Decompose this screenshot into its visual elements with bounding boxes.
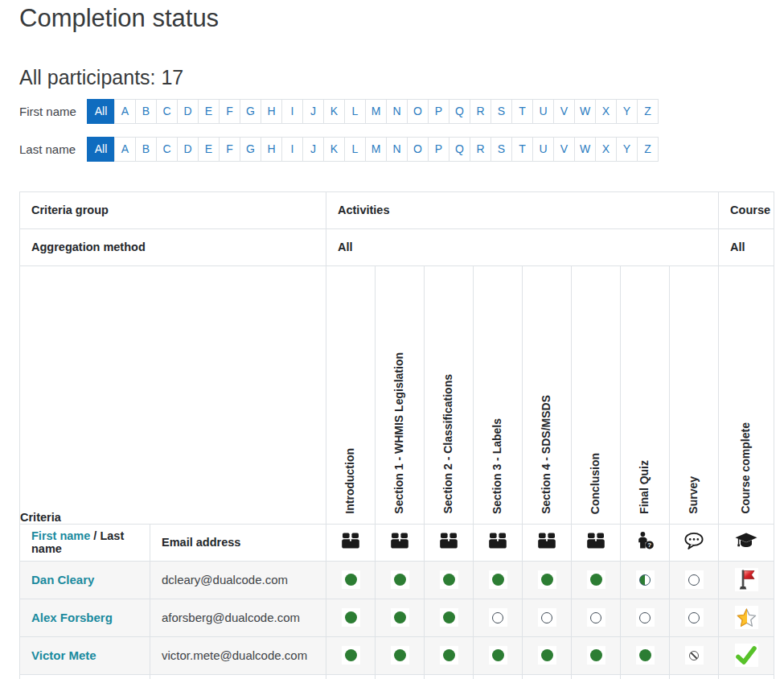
completion-status-complete: [376, 636, 425, 674]
filter-last-name-letter-r[interactable]: R: [470, 137, 491, 162]
filter-first-name-letter-v[interactable]: V: [553, 99, 575, 124]
first-name-filter: First name AllABCDEFGHIJKLMNOPQRSTUVWXYZ: [19, 99, 774, 124]
status-icon-box: [587, 608, 605, 627]
participant-name-link[interactable]: Victor Mete: [20, 636, 150, 674]
complete-icon: [394, 574, 406, 586]
email-column-header: Email address: [150, 524, 326, 561]
filter-first-name-letter-c[interactable]: C: [156, 99, 178, 124]
filter-last-name-letter-y[interactable]: Y: [616, 137, 638, 162]
filter-first-name-letter-j[interactable]: J: [302, 99, 324, 124]
completion-status-complete: [425, 561, 474, 599]
activity-link-course-complete[interactable]: [719, 524, 774, 561]
course-complete-status-star-half: [719, 599, 774, 636]
filter-first-name-letter-p[interactable]: P: [428, 99, 449, 124]
sort-by-first-name-link[interactable]: First name: [31, 529, 90, 542]
sliver-cell: [376, 674, 425, 679]
filter-last-name-letter-s[interactable]: S: [491, 137, 512, 162]
filter-last-name-letter-b[interactable]: B: [135, 137, 157, 162]
activity-link-introduction[interactable]: [326, 524, 376, 561]
filter-last-name-letter-c[interactable]: C: [156, 137, 178, 162]
filter-first-name-letter-b[interactable]: B: [135, 99, 157, 124]
status-icon-box: [538, 608, 556, 627]
filter-first-name-letter-d[interactable]: D: [177, 99, 199, 124]
status-icon-box: [342, 646, 360, 665]
criteria-group-header: Criteria group: [20, 191, 326, 228]
filter-first-name-letter-w[interactable]: W: [574, 99, 596, 124]
status-icon-box: [391, 608, 409, 627]
filter-first-name-letter-l[interactable]: L: [344, 99, 366, 124]
filter-first-name-letter-u[interactable]: U: [532, 99, 554, 124]
filter-last-name-letter-g[interactable]: G: [240, 137, 261, 162]
filter-last-name-letter-x[interactable]: X: [595, 137, 617, 162]
status-icon-box: [440, 570, 458, 589]
filter-first-name-letter-e[interactable]: E: [198, 99, 220, 124]
status-icon-box: [391, 570, 409, 589]
activity-link-final-quiz[interactable]: ?: [621, 524, 670, 561]
complete-icon: [590, 649, 602, 661]
filter-last-name-letter-d[interactable]: D: [177, 137, 199, 162]
column-header-introduction: Introduction: [326, 265, 376, 524]
filter-first-name-all[interactable]: All: [87, 99, 115, 124]
filter-last-name-letter-v[interactable]: V: [553, 137, 575, 162]
filter-last-name-letter-k[interactable]: K: [323, 137, 345, 162]
filter-first-name-letter-k[interactable]: K: [323, 99, 345, 124]
course-header: Course: [719, 191, 774, 228]
filter-first-name-letter-m[interactable]: M: [365, 99, 387, 124]
complete-icon: [443, 649, 455, 661]
filter-first-name-letter-a[interactable]: A: [114, 99, 136, 124]
activity-link-section-3-labels[interactable]: [474, 524, 523, 561]
filter-last-name-letter-u[interactable]: U: [532, 137, 554, 162]
filter-first-name-letter-s[interactable]: S: [491, 99, 512, 124]
activity-link-survey[interactable]: [670, 524, 719, 561]
filter-first-name-letter-n[interactable]: N: [386, 99, 408, 124]
scorm-package-icon: [440, 533, 458, 549]
filter-first-name-letter-t[interactable]: T: [511, 99, 533, 124]
filter-last-name-letter-m[interactable]: M: [365, 137, 387, 162]
complete-icon: [492, 649, 504, 661]
participant-name-link[interactable]: Dan Cleary: [20, 561, 150, 599]
check-green-icon: [736, 646, 757, 665]
filter-first-name-letter-q[interactable]: Q: [449, 99, 470, 124]
filter-last-name-letter-e[interactable]: E: [198, 137, 220, 162]
filter-first-name-letter-h[interactable]: H: [261, 99, 282, 124]
filter-last-name-letter-q[interactable]: Q: [449, 137, 470, 162]
activity-link-section-1-whmis-legislation[interactable]: [376, 524, 425, 561]
filter-last-name-letter-o[interactable]: O: [407, 137, 429, 162]
filter-last-name-letter-i[interactable]: I: [281, 137, 303, 162]
status-icon-box: [538, 646, 556, 665]
rotated-header-row: Criteria IntroductionSection 1 - WHMIS L…: [20, 265, 774, 524]
filter-first-name-letter-g[interactable]: G: [240, 99, 261, 124]
participant-email: aforsberg@dualcode.com: [150, 599, 326, 636]
activity-link-conclusion[interactable]: [572, 524, 621, 561]
last-name-filter: Last name AllABCDEFGHIJKLMNOPQRSTUVWXYZ: [19, 137, 774, 162]
filter-last-name-letter-l[interactable]: L: [344, 137, 366, 162]
filter-last-name-letter-h[interactable]: H: [261, 137, 282, 162]
incomplete-icon: [541, 612, 552, 623]
filter-last-name-letter-a[interactable]: A: [114, 137, 136, 162]
status-icon-box: [685, 608, 704, 627]
filter-first-name-letter-x[interactable]: X: [595, 99, 617, 124]
status-icon-box: [538, 570, 556, 589]
filter-last-name-letter-n[interactable]: N: [386, 137, 408, 162]
filter-first-name-letter-y[interactable]: Y: [616, 99, 638, 124]
activity-link-section-2-classifications[interactable]: [425, 524, 474, 561]
filter-first-name-letter-i[interactable]: I: [281, 99, 303, 124]
status-icon-box: [685, 646, 704, 665]
filter-last-name-letter-t[interactable]: T: [511, 137, 533, 162]
column-label-introduction: Introduction: [344, 448, 356, 514]
filter-last-name-letter-f[interactable]: F: [219, 137, 240, 162]
svg-text:?: ?: [647, 542, 651, 549]
filter-last-name-letter-z[interactable]: Z: [637, 137, 659, 162]
filter-first-name-letter-o[interactable]: O: [407, 99, 429, 124]
participant-name-link[interactable]: Alex Forsberg: [20, 599, 150, 636]
activity-link-section-4-sds-msds[interactable]: [523, 524, 572, 561]
filter-last-name-all[interactable]: All: [87, 137, 115, 162]
filter-first-name-letter-f[interactable]: F: [219, 99, 240, 124]
filter-last-name-letter-j[interactable]: J: [302, 137, 324, 162]
filter-first-name-letter-z[interactable]: Z: [637, 99, 659, 124]
filter-last-name-letter-w[interactable]: W: [574, 137, 596, 162]
filter-first-name-letter-r[interactable]: R: [470, 99, 491, 124]
status-icon-box: [489, 646, 507, 665]
filter-last-name-letter-p[interactable]: P: [428, 137, 449, 162]
status-icon-box: [587, 570, 605, 589]
